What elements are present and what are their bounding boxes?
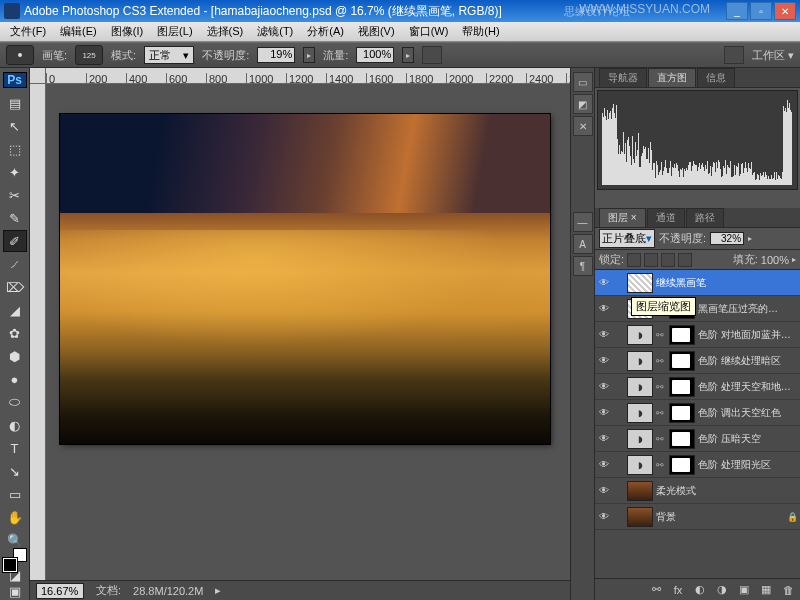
- adjustment-layer-icon[interactable]: ◑: [714, 582, 730, 598]
- layer-mask-icon[interactable]: ◐: [692, 582, 708, 598]
- link-layers-icon[interactable]: ⚯: [648, 582, 664, 598]
- layer-name[interactable]: 色阶 处理天空和地…: [698, 380, 798, 394]
- layer-row[interactable]: 👁⚯黑画笔压过亮的…: [595, 296, 800, 322]
- tool-13[interactable]: ⬭: [3, 391, 27, 413]
- zoom-field[interactable]: 16.67%: [36, 583, 84, 599]
- tool-0[interactable]: ▤: [3, 92, 27, 114]
- fill-field[interactable]: 100%: [761, 254, 789, 266]
- new-layer-icon[interactable]: ▦: [758, 582, 774, 598]
- layer-thumb[interactable]: [627, 481, 653, 501]
- visibility-icon[interactable]: 👁: [597, 328, 611, 342]
- layer-name[interactable]: 背景: [656, 510, 784, 524]
- menu-image[interactable]: 图像(I): [105, 22, 149, 41]
- tool-8[interactable]: ⌦: [3, 276, 27, 298]
- flow-arrow[interactable]: ▸: [402, 47, 414, 63]
- tool-15[interactable]: T: [3, 437, 27, 459]
- tool-10[interactable]: ✿: [3, 322, 27, 344]
- layer-row[interactable]: 👁继续黑画笔: [595, 270, 800, 296]
- tool-14[interactable]: ◐: [3, 414, 27, 436]
- layer-row[interactable]: 👁◗⚯色阶 对地面加蓝并…: [595, 322, 800, 348]
- workspace-menu[interactable]: 工作区 ▾: [752, 48, 794, 63]
- tool-4[interactable]: ✂: [3, 184, 27, 206]
- ps-logo-icon[interactable]: Ps: [3, 72, 27, 88]
- layer-name[interactable]: 色阶 处理阳光区: [698, 458, 798, 472]
- opacity-arrow[interactable]: ▸: [303, 47, 315, 63]
- color-swatches[interactable]: [3, 558, 27, 562]
- layer-row[interactable]: 👁◗⚯色阶 处理天空和地…: [595, 374, 800, 400]
- panel-tab-icon[interactable]: ◩: [573, 94, 593, 114]
- layer-name[interactable]: 柔光模式: [656, 484, 798, 498]
- foreground-swatch[interactable]: [3, 558, 17, 572]
- lock-all-icon[interactable]: [678, 253, 692, 267]
- menu-edit[interactable]: 编辑(E): [54, 22, 103, 41]
- layer-row[interactable]: 👁柔光模式: [595, 478, 800, 504]
- menu-layer[interactable]: 图层(L): [151, 22, 198, 41]
- flow-field[interactable]: 100%: [356, 47, 394, 63]
- screenmode-icon[interactable]: ▣: [3, 584, 27, 599]
- palette-icon[interactable]: [724, 46, 744, 64]
- blend-mode-select[interactable]: 正常▾: [144, 46, 194, 64]
- adjustment-thumb-icon[interactable]: ◗: [627, 455, 653, 475]
- lock-position-icon[interactable]: [661, 253, 675, 267]
- tool-17[interactable]: ▭: [3, 483, 27, 505]
- tab-info[interactable]: 信息: [697, 68, 735, 87]
- tool-16[interactable]: ↘: [3, 460, 27, 482]
- ruler-origin[interactable]: [30, 68, 46, 84]
- layer-group-icon[interactable]: ▣: [736, 582, 752, 598]
- tool-2[interactable]: ⬚: [3, 138, 27, 160]
- status-arrow-icon[interactable]: ▸: [215, 584, 221, 597]
- layer-fx-icon[interactable]: fx: [670, 582, 686, 598]
- adjustment-thumb-icon[interactable]: ◗: [627, 325, 653, 345]
- brush-preset-picker[interactable]: 125: [75, 45, 103, 65]
- visibility-icon[interactable]: 👁: [597, 276, 611, 290]
- mask-thumb-icon[interactable]: [669, 455, 695, 475]
- fill-slider-icon[interactable]: ▸: [792, 255, 796, 264]
- layer-name[interactable]: 继续黑画笔: [656, 276, 798, 290]
- layer-thumb[interactable]: [627, 273, 653, 293]
- ruler-horizontal[interactable]: 0200400600800100012001400160018002000220…: [46, 68, 570, 84]
- tool-9[interactable]: ◢: [3, 299, 27, 321]
- adjustment-thumb-icon[interactable]: ◗: [627, 403, 653, 423]
- panel-tab-icon[interactable]: ✕: [573, 116, 593, 136]
- panel-tab-icon[interactable]: —: [573, 212, 593, 232]
- minimize-button[interactable]: _: [726, 2, 748, 20]
- delete-layer-icon[interactable]: 🗑: [780, 582, 796, 598]
- maximize-button[interactable]: ▫: [750, 2, 772, 20]
- visibility-icon[interactable]: 👁: [597, 432, 611, 446]
- visibility-icon[interactable]: 👁: [597, 406, 611, 420]
- adjustment-thumb-icon[interactable]: ◗: [627, 351, 653, 371]
- layer-row[interactable]: 👁◗⚯色阶 继续处理暗区: [595, 348, 800, 374]
- menu-filter[interactable]: 滤镜(T): [251, 22, 299, 41]
- mask-thumb-icon[interactable]: [669, 377, 695, 397]
- layer-name[interactable]: 黑画笔压过亮的…: [698, 302, 798, 316]
- tool-3[interactable]: ✦: [3, 161, 27, 183]
- layer-name[interactable]: 色阶 继续处理暗区: [698, 354, 798, 368]
- lock-transparency-icon[interactable]: [627, 253, 641, 267]
- opacity-slider-icon[interactable]: ▸: [748, 234, 752, 243]
- visibility-icon[interactable]: 👁: [597, 458, 611, 472]
- menu-view[interactable]: 视图(V): [352, 22, 401, 41]
- tool-7[interactable]: ⟋: [3, 253, 27, 275]
- tool-12[interactable]: ●: [3, 368, 27, 390]
- ruler-vertical[interactable]: [30, 84, 46, 600]
- menu-file[interactable]: 文件(F): [4, 22, 52, 41]
- document-canvas[interactable]: [60, 114, 550, 444]
- mask-thumb-icon[interactable]: [669, 351, 695, 371]
- tool-11[interactable]: ⬢: [3, 345, 27, 367]
- tool-1[interactable]: ↖: [3, 115, 27, 137]
- layer-name[interactable]: 色阶 对地面加蓝并…: [698, 328, 798, 342]
- opacity-field[interactable]: 19%: [257, 47, 295, 63]
- panel-tab-icon[interactable]: A: [573, 234, 593, 254]
- tab-layers[interactable]: 图层 ×: [599, 208, 646, 227]
- tool-6[interactable]: ✐: [3, 230, 27, 252]
- tab-histogram[interactable]: 直方图: [648, 68, 696, 87]
- tab-channels[interactable]: 通道: [647, 208, 685, 227]
- layer-row[interactable]: 👁◗⚯色阶 压暗天空: [595, 426, 800, 452]
- menu-select[interactable]: 选择(S): [201, 22, 250, 41]
- layer-row[interactable]: 👁◗⚯色阶 调出天空红色: [595, 400, 800, 426]
- mask-thumb-icon[interactable]: [669, 429, 695, 449]
- layer-row[interactable]: 👁◗⚯色阶 处理阳光区: [595, 452, 800, 478]
- visibility-icon[interactable]: 👁: [597, 302, 611, 316]
- tab-navigator[interactable]: 导航器: [599, 68, 647, 87]
- visibility-icon[interactable]: 👁: [597, 510, 611, 524]
